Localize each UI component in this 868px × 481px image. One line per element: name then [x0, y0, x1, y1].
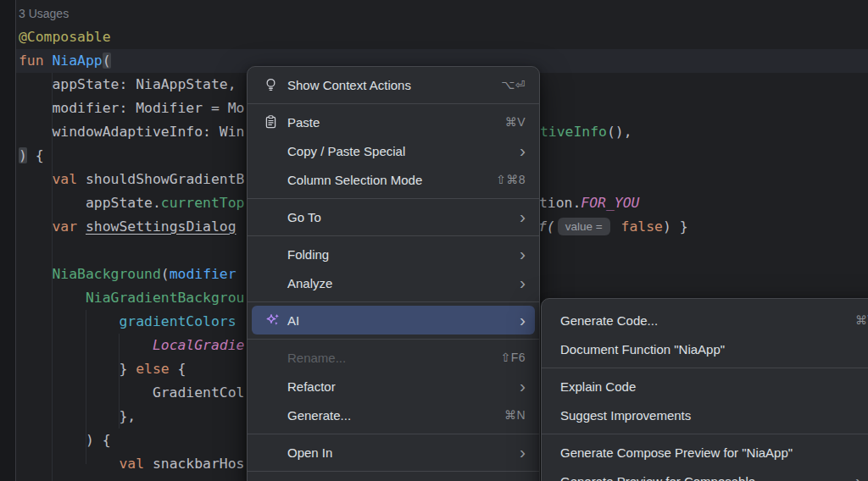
code-token: (	[161, 266, 170, 282]
submenu-arrow-icon: ›	[520, 443, 526, 461]
code-line: var showSettingsDialog	[19, 215, 236, 239]
menu-item-paste[interactable]: Paste⌘V	[248, 108, 539, 136]
menu-item-label: Copy / Paste Special	[287, 144, 405, 158]
ai-submenu: Generate Code...⌘\Document Function "Nia…	[541, 298, 868, 481]
menu-item-generate-compose-preview-for-niaapp[interactable]: Generate Compose Preview for "NiaApp"	[542, 438, 868, 467]
code-token	[19, 218, 52, 235]
code-line: NiaBackground(modifier	[19, 263, 236, 286]
menu-item-column-selection-mode[interactable]: Column Selection Mode⇧⌘8	[248, 165, 539, 194]
code-line: val snackbarHos	[19, 452, 244, 476]
code-token: currentTop	[161, 195, 245, 211]
menu-item-label: Generate Code...	[560, 313, 658, 328]
code-token: ) {	[19, 432, 111, 448]
code-token	[19, 456, 119, 472]
menu-item-document-function-niaapp[interactable]: Document Function "NiaApp"	[542, 334, 868, 363]
shortcut-hint: ⌘\	[855, 313, 868, 327]
menu-item-folding[interactable]: Folding›	[248, 240, 539, 268]
menu-separator	[248, 471, 539, 472]
shortcut-hint: ⇧⌘8	[496, 173, 526, 186]
submenu-arrow-icon: ›	[520, 141, 526, 159]
menu-item-go-to[interactable]: Go To›	[248, 202, 539, 231]
menu-separator	[542, 368, 868, 368]
menu-separator	[248, 198, 539, 199]
menu-item-label: Rename...	[287, 351, 346, 365]
menu-item-show-context-actions[interactable]: Show Context Actions⌥⏎	[248, 70, 539, 99]
code-token	[19, 313, 119, 329]
submenu-arrow-icon: ›	[520, 245, 526, 263]
code-token: @Composable	[19, 29, 111, 45]
code-token: NiaBackground	[52, 266, 160, 282]
menu-separator	[248, 434, 539, 434]
code-token	[19, 266, 52, 282]
code-line: windowAdaptiveInfo: Win	[19, 120, 244, 144]
code-token: FOR_YOU	[581, 195, 639, 211]
shortcut-hint: ⇧F6	[500, 351, 526, 364]
code-token: shouldShowGradientB	[77, 171, 244, 187]
code-token: }	[19, 361, 136, 377]
menu-item-label: Refactor	[287, 379, 336, 394]
menu-item-label: Suggest Improvements	[560, 408, 691, 423]
menu-item-copy-paste-special[interactable]: Copy / Paste Special›	[248, 136, 539, 165]
code-token: var	[52, 218, 77, 235]
code-fragment: f(value = false) }	[538, 215, 688, 239]
code-token: (	[103, 53, 111, 69]
code-line: ) {	[19, 428, 111, 452]
code-token	[77, 218, 86, 235]
code-token	[19, 171, 52, 187]
menu-item-ai[interactable]: AI›	[252, 306, 535, 334]
code-line: modifier: Modifier = Mo	[19, 97, 244, 120]
code-token: modifier: Modifier = Mo	[19, 100, 244, 116]
menu-item-generate[interactable]: Generate...⌘N	[248, 401, 539, 429]
menu-item-refactor[interactable]: Refactor›	[248, 372, 539, 401]
menu-item-label: Go To	[287, 210, 321, 224]
menu-separator	[248, 339, 539, 340]
code-token: NiaApp	[52, 53, 102, 69]
menu-item-label: Paste	[287, 115, 320, 130]
menu-item-explain-code[interactable]: Explain Code	[542, 372, 868, 401]
code-fragment: tiveInfo(),	[540, 120, 632, 144]
clipboard-icon	[263, 114, 279, 130]
code-token: },	[19, 408, 136, 424]
menu-item-label: AI	[287, 313, 299, 328]
code-token	[613, 218, 621, 235]
code-token: gradientColors	[119, 313, 236, 329]
menu-separator	[248, 235, 539, 236]
menu-item-suggest-improvements[interactable]: Suggest Improvements	[542, 401, 868, 429]
code-token: (),	[607, 124, 632, 140]
code-token: tion.	[539, 195, 581, 211]
code-token: tiveInfo	[540, 124, 607, 140]
submenu-arrow-icon: ›	[520, 207, 526, 225]
menu-item-label: Explain Code	[560, 379, 636, 394]
menu-item-analyze[interactable]: Analyze›	[248, 268, 539, 297]
code-line: NiaGradientBackgrou	[19, 286, 244, 310]
shortcut-hint: ⌥⏎	[501, 78, 526, 91]
code-token: false	[621, 218, 663, 235]
context-menu: Show Context Actions⌥⏎Paste⌘VCopy / Past…	[247, 66, 540, 481]
menu-item-generate-preview-for-composable[interactable]: Generate Preview for Composable›	[542, 467, 868, 481]
menu-item-label: Show Context Actions	[287, 78, 411, 92]
code-line: ) {	[19, 144, 44, 168]
menu-item-generate-code[interactable]: Generate Code...⌘\	[542, 306, 868, 334]
code-line: appState.currentTop	[19, 191, 244, 215]
code-line: LocalGradie	[19, 334, 244, 357]
code-token: modifier	[170, 266, 236, 282]
menu-separator	[248, 301, 539, 302]
submenu-arrow-icon: ›	[520, 311, 526, 329]
code-token: )	[19, 147, 27, 163]
menu-item-label: Open In	[287, 445, 332, 460]
code-line: fun NiaApp(	[19, 49, 111, 73]
code-line: 3 Usages	[19, 2, 69, 25]
code-token: NiaGradientBackgrou	[86, 290, 245, 306]
code-token: appState.	[19, 195, 161, 211]
editor-gutter[interactable]	[0, 0, 16, 481]
code-token: GradientCol	[19, 384, 244, 401]
menu-item-open-in[interactable]: Open In›	[248, 438, 539, 467]
code-token: LocalGradie	[153, 337, 245, 353]
code-line: @Composable	[19, 25, 111, 49]
code-line: } else {	[19, 357, 186, 381]
menu-item-rename[interactable]: Rename...⇧F6	[248, 343, 539, 372]
submenu-arrow-icon: ›	[520, 377, 526, 395]
menu-item-label: Document Function "NiaApp"	[560, 342, 725, 357]
ai-sparkle-icon	[265, 312, 281, 329]
inlay-hint-badge: value =	[558, 218, 610, 235]
